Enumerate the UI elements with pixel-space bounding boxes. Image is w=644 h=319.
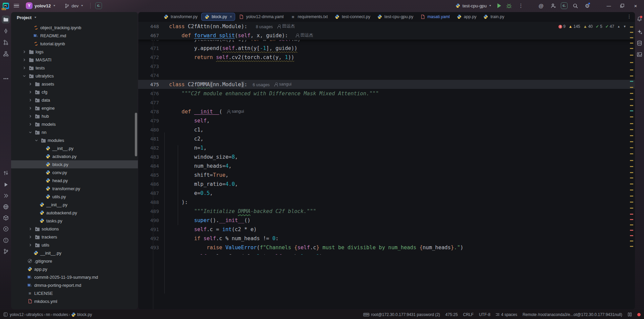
code-line[interactable]: 487 e=0.5, [138,189,635,198]
code-line[interactable]: 486 mlp_ratio=4.0, [138,179,635,189]
editor-tab[interactable]: ≡requirements.txt [287,13,331,21]
editor-tab[interactable]: yolov12-dmma.yaml [236,13,287,21]
inspection-check2[interactable]: ✓47 [605,24,614,29]
close-button[interactable]: × [631,1,641,10]
tree-item[interactable]: solutions [11,225,138,233]
tree-item[interactable]: tests [11,64,138,72]
author-hint[interactable]: sangui [227,109,244,114]
settings-icon[interactable]: ⚙ [583,1,592,10]
inspection-warning[interactable]: ▲145 [569,24,580,29]
problems-icon[interactable] [2,236,10,244]
tree-item[interactable]: logs [11,48,138,56]
inspection-check[interactable]: ✓5 [596,24,602,29]
tree-item[interactable]: .gitignore [11,257,138,265]
chevron-right-icon[interactable] [28,243,33,248]
ai-assistant-icon[interactable] [635,28,643,36]
tree-item[interactable]: modules [11,136,138,144]
tree-item[interactable]: M↓commit-2025-11-19-summary.md [11,273,138,281]
chevron-right-icon[interactable] [28,114,33,119]
chevron-right-icon[interactable] [28,226,33,231]
chevron-right-icon[interactable] [28,106,33,111]
code-line[interactable]: 480 c1, [138,125,635,134]
author-hint[interactable]: 田运杰 [296,33,313,38]
maximize-button[interactable] [617,1,627,10]
chevron-right-icon[interactable] [28,98,33,103]
editor-tab[interactable]: test-cpu-gpu.py [374,13,416,21]
ssh-status[interactable]: SSHroot@172.30.0.177:9431 password (2) [363,312,440,317]
chevron-right-icon[interactable] [28,90,33,95]
claude-terminal-button[interactable]: C. [95,2,102,9]
inspection-weak[interactable]: ▲40 [583,24,593,29]
code-line[interactable]: 477 [138,98,635,107]
editor-tab[interactable]: transformer.py [160,13,201,21]
tree-item[interactable]: M↓README.md [11,32,138,40]
project-panel-header[interactable]: Project ▼ [11,12,138,23]
tree-item[interactable]: assets [11,80,138,88]
tree-item[interactable]: __init__.py [11,201,138,209]
commit-icon[interactable] [2,27,10,35]
code-line[interactable]: 483 window_size=8, [138,152,635,161]
code-line[interactable]: 485 shift=True, [138,170,635,179]
usages-hint[interactable]: 6 usages [253,83,270,87]
chevron-down-icon[interactable] [34,138,39,143]
search-icon[interactable] [571,1,580,10]
editor-viewport[interactable]: 470 y.extend(m(y[-1]) for m in self.m)47… [138,22,635,309]
tree-item[interactable]: activation.py [11,152,138,160]
prev-problem-icon[interactable]: ▲ [617,25,620,28]
caret-position[interactable]: 475:25 [445,312,458,317]
breadcrumb-item[interactable]: nn [46,312,50,317]
code-line[interactable]: 493 raise ValueError(f"Channels {self.c}… [138,243,635,252]
main-menu-icon[interactable] [14,4,19,8]
tree-item[interactable]: head.py [11,176,138,184]
code-line[interactable]: 472 return self.cv2(torch.cat(y, 1)) [138,53,635,62]
remote-interpreter[interactable]: Remote /root/anaconda3/e...ot@172.30.0.1… [523,312,622,317]
chevron-right-icon[interactable] [22,57,27,62]
tab-options-icon[interactable]: ⋮ [627,14,632,19]
code-line[interactable]: 482 n=1, [138,143,635,152]
code-line[interactable]: 476 """C2f module enhanced with Differen… [138,89,635,98]
chevron-right-icon[interactable] [22,49,27,54]
tree-item[interactable]: cfg [11,88,138,96]
run-config-selector[interactable]: test-cpu-gpu ▼ [453,2,494,9]
tree-item[interactable]: autobackend.py [11,209,138,217]
structure-icon[interactable] [2,50,10,58]
code-line[interactable]: 474 [138,71,635,80]
branch-switcher[interactable]: dev ▼ [62,2,86,9]
code-line[interactable]: 484 num_heads=4, [138,161,635,170]
tree-item[interactable]: object_tracking.ipynb [11,23,138,32]
tree-item[interactable]: utils [11,241,138,249]
file-encoding[interactable]: UTF-8 [479,312,490,317]
code-line[interactable]: 488 ): [138,198,635,207]
tree-item[interactable]: tutorial.ipynb [11,40,138,48]
author-hint[interactable]: 田运杰 [277,23,295,29]
tree-item[interactable]: ≡LICENSE [11,289,138,297]
tree-item[interactable]: mkdocs.yml [11,297,138,305]
tree-item[interactable]: tasks.py [11,217,138,225]
database-icon[interactable] [635,39,643,47]
chevron-right-icon[interactable] [28,82,33,87]
sciview-icon[interactable] [635,50,643,58]
error-indicator-icon[interactable] [637,313,641,316]
usages-hint[interactable]: 8 usages [256,24,273,29]
ai-chat-icon[interactable]: @ [537,1,545,10]
editor-tab[interactable]: block.py× [201,13,235,21]
editor-tab[interactable]: app.py [453,13,480,21]
debug-button[interactable] [504,1,513,10]
breadcrumb-item[interactable]: ultralytics [26,312,43,317]
python-console-icon[interactable] [2,203,10,211]
code-line[interactable]: 473 [138,62,635,71]
tree-item[interactable]: block.py [11,160,138,168]
code-line[interactable]: 490 super().__init__() [138,216,635,225]
tree-item[interactable]: models [11,120,138,128]
tree-item[interactable]: nn [11,128,138,136]
tree-item[interactable]: MASATI [11,56,138,64]
code-line[interactable]: 494 self.cv1 = Conv(c1, 2 * self.c, k=1,… [138,252,635,255]
tree-item[interactable]: hub [11,112,138,120]
tree-item[interactable]: data [11,96,138,104]
pull-requests-icon[interactable] [2,38,10,46]
indent-style[interactable]: 4 spaces [496,312,517,317]
error-stripe[interactable] [629,22,634,309]
tree-item[interactable]: __init__.py [11,249,138,257]
code-line[interactable]: 467 def forward_split(self, x, guide): 田… [138,31,635,40]
code-line[interactable]: 478 def __init__(sangui [138,107,635,116]
